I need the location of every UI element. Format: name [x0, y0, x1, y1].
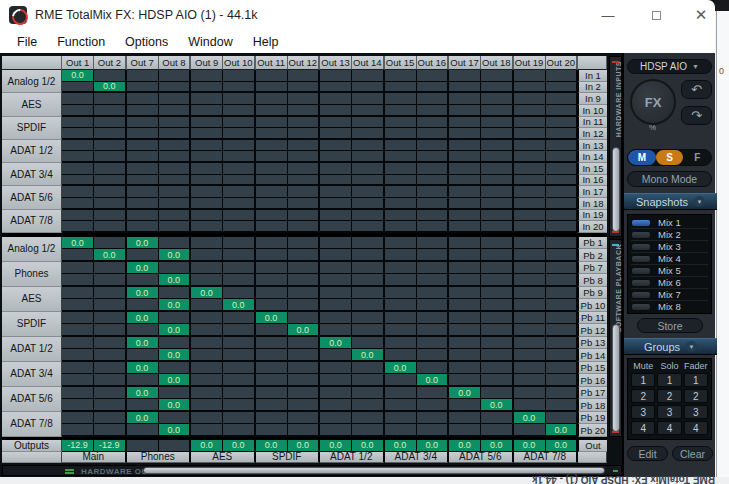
snapshot-select-button[interactable] [631, 291, 651, 299]
matrix-cell[interactable] [385, 186, 417, 198]
matrix-cell[interactable] [223, 163, 255, 175]
matrix-cell[interactable] [191, 163, 223, 175]
matrix-cell[interactable] [385, 140, 417, 152]
matrix-cell[interactable] [288, 221, 320, 233]
matrix-cell[interactable] [481, 274, 513, 287]
snapshots-section-header[interactable]: Snapshots ▼ [624, 193, 717, 210]
matrix-cell[interactable] [223, 399, 255, 412]
matrix-cell[interactable] [223, 287, 255, 300]
matrix-cell[interactable] [223, 312, 255, 325]
output-group-label[interactable]: SPDIF [256, 452, 321, 463]
matrix-cell[interactable] [191, 140, 223, 152]
matrix-cell[interactable] [385, 249, 417, 262]
playback-scrollbar-thumb[interactable] [612, 324, 620, 432]
matrix-cell[interactable] [546, 237, 578, 250]
matrix-cell[interactable] [481, 237, 513, 250]
fader-group-button[interactable]: 4 [684, 421, 708, 435]
matrix-cell[interactable] [288, 210, 320, 222]
matrix-cell[interactable] [417, 237, 449, 250]
matrix-cell[interactable]: 0.0 [62, 70, 94, 82]
matrix-cell[interactable] [62, 163, 94, 175]
matrix-cell[interactable] [449, 93, 481, 105]
matrix-cell[interactable] [94, 163, 126, 175]
matrix-cell[interactable] [385, 117, 417, 129]
store-button[interactable]: Store [637, 318, 703, 333]
matrix-cell[interactable] [127, 163, 159, 175]
matrix-cell[interactable] [288, 249, 320, 262]
solo-group-button[interactable]: 2 [657, 389, 681, 403]
snapshot-label[interactable]: Mix 5 [658, 265, 681, 276]
matrix-cell[interactable] [223, 262, 255, 275]
output-level-cell[interactable] [127, 440, 159, 452]
matrix-cell[interactable] [288, 299, 320, 312]
matrix-cell[interactable] [385, 262, 417, 275]
matrix-cell[interactable] [320, 262, 352, 275]
matrix-cell[interactable] [288, 237, 320, 250]
matrix-cell[interactable] [288, 399, 320, 412]
menu-function[interactable]: Function [47, 33, 115, 51]
output-level-cell[interactable] [159, 440, 191, 452]
matrix-cell[interactable] [352, 362, 384, 375]
matrix-cell[interactable] [256, 324, 288, 337]
matrix-cell[interactable]: 0.0 [385, 362, 417, 375]
matrix-cell[interactable] [417, 312, 449, 325]
menu-help[interactable]: Help [243, 33, 289, 51]
matrix-cell[interactable] [417, 412, 449, 425]
matrix-cell[interactable] [62, 362, 94, 375]
device-selector[interactable]: HDSP AIO ▼ [627, 59, 712, 74]
matrix-cell[interactable]: 0.0 [127, 237, 159, 250]
matrix-cell[interactable] [288, 105, 320, 117]
matrix-cell[interactable] [481, 287, 513, 300]
matrix-cell[interactable] [320, 221, 352, 233]
matrix-cell[interactable] [191, 105, 223, 117]
output-level-cell[interactable]: 0.0 [223, 440, 255, 452]
matrix-cell[interactable] [191, 412, 223, 425]
matrix-cell[interactable] [546, 163, 578, 175]
matrix-cell[interactable] [385, 70, 417, 82]
matrix-cell[interactable] [449, 262, 481, 275]
matrix-cell[interactable] [94, 221, 126, 233]
matrix-cell[interactable] [449, 349, 481, 362]
matrix-cell[interactable] [449, 249, 481, 262]
matrix-cell[interactable] [481, 82, 513, 94]
matrix-cell[interactable] [191, 82, 223, 94]
matrix-cell[interactable] [256, 399, 288, 412]
matrix-cell[interactable] [94, 274, 126, 287]
output-level-cell[interactable]: 0.0 [385, 440, 417, 452]
matrix-cell[interactable] [288, 262, 320, 275]
matrix-cell[interactable] [514, 262, 546, 275]
matrix-cell[interactable] [94, 312, 126, 325]
snapshot-select-button[interactable] [631, 279, 651, 287]
matrix-cell[interactable]: 0.0 [514, 412, 546, 425]
matrix-cell[interactable] [385, 399, 417, 412]
matrix-cell[interactable]: 0.0 [449, 387, 481, 400]
matrix-cell[interactable] [449, 117, 481, 129]
matrix-cell[interactable]: 0.0 [159, 399, 191, 412]
matrix-cell[interactable] [256, 349, 288, 362]
matrix-cell[interactable] [514, 312, 546, 325]
matrix-cell[interactable] [385, 128, 417, 140]
matrix-cell[interactable]: 0.0 [159, 424, 191, 437]
output-level-cell[interactable]: 0.0 [514, 440, 546, 452]
matrix-cell[interactable] [352, 237, 384, 250]
matrix-cell[interactable] [62, 312, 94, 325]
matrix-cell[interactable] [191, 337, 223, 350]
menu-file[interactable]: File [7, 33, 47, 51]
matrix-cell[interactable] [288, 175, 320, 187]
matrix-cell[interactable]: 0.0 [127, 412, 159, 425]
matrix-cell[interactable] [449, 324, 481, 337]
matrix-cell[interactable] [223, 362, 255, 375]
matrix-cell[interactable] [94, 237, 126, 250]
matrix-cell[interactable] [385, 274, 417, 287]
matrix-cell[interactable] [546, 412, 578, 425]
matrix-cell[interactable] [62, 387, 94, 400]
matrix-cell[interactable] [514, 198, 546, 210]
matrix-cell[interactable] [320, 424, 352, 437]
matrix-cell[interactable] [94, 424, 126, 437]
matrix-cell[interactable] [417, 70, 449, 82]
matrix-cell[interactable] [62, 337, 94, 350]
output-level-cell[interactable]: 0.0 [256, 440, 288, 452]
matrix-cell[interactable] [481, 362, 513, 375]
matrix-cell[interactable] [320, 362, 352, 375]
matrix-cell[interactable] [288, 362, 320, 375]
